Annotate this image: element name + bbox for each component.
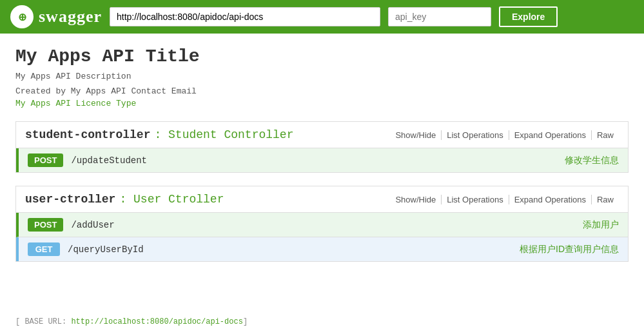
controller-action-student-controller-list-operations[interactable]: List Operations <box>442 130 509 140</box>
logo-container: ⊕ swagger <box>10 5 102 28</box>
method-badge-user-ctroller-1: GET <box>28 242 60 256</box>
swagger-logo-text: swagger <box>39 7 102 26</box>
controller-subtitle-user-ctroller: : User Ctroller <box>119 193 224 206</box>
controller-title-user-ctroller: user-ctroller <box>25 193 115 206</box>
operation-row-user-ctroller-0[interactable]: POST/addUser添加用户 <box>16 213 628 237</box>
page-title: My Apps API Title <box>15 46 629 66</box>
operation-path-user-ctroller-0: /addUser <box>71 220 583 230</box>
controller-subtitle-student-controller: : Student Controller <box>154 128 293 141</box>
header: ⊕ swagger Explore <box>0 0 644 34</box>
controller-header-student-controller: student-controller: Student ControllerSh… <box>16 122 628 148</box>
api-key-input[interactable] <box>388 7 491 26</box>
controller-action-user-ctroller-raw[interactable]: Raw <box>592 195 619 204</box>
controller-action-user-ctroller-show/hide[interactable]: Show/Hide <box>390 195 442 204</box>
main-content: My Apps API Title My Apps API Descriptio… <box>0 34 644 288</box>
api-url-input[interactable] <box>110 7 380 26</box>
controller-section-user-ctroller: user-ctroller: User CtrollerShow/HideLis… <box>15 186 629 262</box>
method-badge-user-ctroller-0: POST <box>28 218 63 232</box>
explore-button[interactable]: Explore <box>499 6 558 27</box>
controller-action-student-controller-expand-operations[interactable]: Expand Operations <box>509 130 592 140</box>
method-badge-student-controller-0: POST <box>28 153 63 167</box>
base-url-value: http://localhost:8080/apidoc/api-docs <box>66 317 243 326</box>
operation-desc-student-controller-0: 修改学生信息 <box>565 155 619 166</box>
controller-actions-student-controller: Show/HideList OperationsExpand Operation… <box>390 130 619 140</box>
base-url-label: [ BASE URL: <box>15 317 66 326</box>
operation-path-user-ctroller-1: /queryUserById <box>68 244 520 255</box>
swagger-logo-icon: ⊕ <box>10 5 34 28</box>
page-description: My Apps API Description <box>15 72 629 81</box>
operation-desc-user-ctroller-1: 根据用户ID查询用户信息 <box>520 244 619 255</box>
operation-row-student-controller-0[interactable]: POST/updateStudent修改学生信息 <box>16 148 628 172</box>
base-url-close: ] <box>243 317 248 326</box>
controller-action-student-controller-show/hide[interactable]: Show/Hide <box>390 130 442 140</box>
controller-section-student-controller: student-controller: Student ControllerSh… <box>15 121 629 173</box>
controller-actions-user-ctroller: Show/HideList OperationsExpand Operation… <box>390 195 619 204</box>
controller-action-student-controller-raw[interactable]: Raw <box>592 130 619 140</box>
operation-path-student-controller-0: /updateStudent <box>71 155 565 166</box>
controller-action-user-ctroller-list-operations[interactable]: List Operations <box>442 195 509 204</box>
controller-action-user-ctroller-expand-operations[interactable]: Expand Operations <box>509 195 592 204</box>
page-licence: My Apps API Licence Type <box>15 99 629 108</box>
operation-row-user-ctroller-1[interactable]: GET/queryUserById根据用户ID查询用户信息 <box>16 237 628 261</box>
controller-title-student-controller: student-controller <box>25 128 150 141</box>
page-created: Created by My Apps API Contact Email <box>15 86 629 96</box>
footer: [ BASE URL: http://localhost:8080/apidoc… <box>0 307 644 336</box>
operation-desc-user-ctroller-0: 添加用户 <box>583 219 619 231</box>
controller-header-user-ctroller: user-ctroller: User CtrollerShow/HideLis… <box>16 186 628 213</box>
